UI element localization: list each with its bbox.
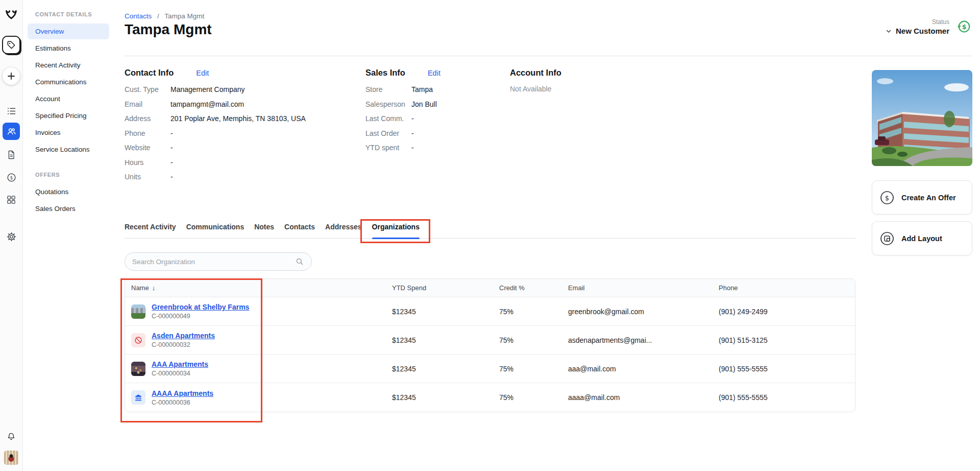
bank-icon	[131, 390, 145, 405]
search-organization-input[interactable]	[132, 258, 295, 266]
sidebar-section-title-offers: OFFERS	[35, 172, 117, 178]
plus-icon	[7, 72, 15, 80]
list-icon	[6, 106, 17, 116]
organization-photo-thumbnail	[131, 362, 145, 376]
organization-link[interactable]: Greenbrook at Shelby Farms	[152, 303, 249, 311]
column-header-phone[interactable]: Phone	[713, 284, 855, 292]
right-panel: $ Create An Offer Add Layout	[872, 70, 972, 255]
field-label: Last Comm.	[365, 114, 411, 124]
credit-value: 75%	[493, 308, 562, 316]
create-offer-button[interactable]: $ Create An Offer	[872, 180, 972, 215]
organization-link[interactable]: AAA Apartments	[152, 360, 208, 368]
tab-notes[interactable]: Notes	[254, 223, 274, 238]
list-nav-button[interactable]	[4, 103, 19, 119]
app-logo-icon[interactable]	[4, 8, 19, 23]
tab-recent-activity[interactable]: Recent Activity	[125, 223, 176, 238]
breadcrumb-separator: /	[157, 12, 159, 20]
table-row: Greenbrook at Shelby Farms C-000000049 $…	[125, 297, 855, 326]
contacts-nav-button[interactable]	[3, 123, 20, 140]
column-header-email[interactable]: Email	[562, 284, 713, 292]
sidebar-item-recent-activity[interactable]: Recent Activity	[28, 57, 109, 73]
sidebar-item-overview[interactable]: Overview	[28, 23, 109, 39]
sidebar-item-specified-pricing[interactable]: Specified Pricing	[28, 108, 109, 124]
user-avatar[interactable]	[4, 451, 18, 465]
field-value: Management Company	[170, 85, 245, 95]
status-value: New Customer	[896, 27, 949, 35]
create-offer-label: Create An Offer	[901, 194, 956, 202]
field-label: Units	[125, 172, 170, 182]
sidebar-item-communications[interactable]: Communications	[28, 74, 109, 90]
tag-app-button[interactable]	[2, 36, 20, 54]
organization-photo-thumbnail	[131, 304, 145, 319]
tab-contacts[interactable]: Contacts	[284, 223, 315, 238]
tab-organizations[interactable]: Organizations	[372, 223, 420, 238]
status-widget: Status New Customer $	[885, 18, 972, 35]
ytd-spend-value: $12345	[386, 393, 493, 402]
contacts-people-icon	[6, 126, 17, 137]
sidebar-item-quotations[interactable]: Quotations	[28, 184, 109, 200]
field-label: YTD spent	[365, 143, 411, 153]
organization-link[interactable]: AAAA Apartments	[152, 389, 213, 397]
sales-info-title: Sales Info	[365, 68, 405, 78]
apps-nav-button[interactable]	[4, 192, 19, 207]
sidebar-item-sales-orders[interactable]: Sales Orders	[28, 201, 109, 217]
contact-info-section: Contact Info Edit Cust. TypeManagement C…	[125, 68, 365, 187]
breadcrumb: Contacts / Tampa Mgmt	[125, 12, 204, 20]
column-header-credit[interactable]: Credit %	[493, 284, 562, 292]
dollar-circle-icon: $	[6, 172, 17, 183]
credit-value: 75%	[493, 336, 562, 344]
customer-status-dollar-icon[interactable]: $	[956, 19, 972, 35]
field-label: Cust. Type	[125, 85, 170, 95]
settings-button[interactable]	[4, 229, 19, 244]
detail-tabs: Recent Activity Communications Notes Con…	[125, 223, 855, 239]
contact-info-edit-link[interactable]: Edit	[196, 69, 209, 77]
field-value: -	[170, 143, 173, 153]
breadcrumb-contacts-link[interactable]: Contacts	[125, 12, 152, 20]
documents-nav-button[interactable]	[4, 147, 19, 162]
sort-descending-icon[interactable]: ↓	[152, 284, 156, 292]
status-dropdown[interactable]: New Customer	[885, 27, 949, 35]
email-value: greenbrook@gmail.com	[562, 308, 713, 316]
main-content: Contacts / Tampa Mgmt Tampa Mgmt Status …	[117, 0, 980, 471]
add-layout-button[interactable]: Add Layout	[872, 221, 972, 255]
sidebar-item-account[interactable]: Account	[28, 91, 109, 107]
add-button[interactable]	[3, 67, 20, 85]
app-icon-rail: $	[0, 0, 23, 471]
search-icon	[295, 257, 304, 266]
ytd-spend-value: $12345	[386, 365, 493, 373]
prohibited-icon	[131, 333, 145, 347]
tab-addresses[interactable]: Addresses	[325, 223, 362, 238]
sidebar-item-estimations[interactable]: Estimations	[28, 40, 109, 56]
field-value: -	[170, 158, 173, 168]
sidebar-item-service-locations[interactable]: Service Locations	[28, 142, 109, 157]
phone-value: (901) 249-2499	[713, 308, 855, 316]
column-header-ytd-spend[interactable]: YTD Spend	[386, 284, 493, 292]
notifications-button[interactable]	[4, 429, 19, 444]
organization-id: C-000000036	[152, 399, 213, 406]
contact-photo	[872, 70, 972, 166]
organization-search	[125, 252, 312, 271]
field-value: tampamgmt@mail.com	[170, 100, 244, 109]
billing-nav-button[interactable]: $	[4, 170, 19, 185]
info-sections: Contact Info Edit Cust. TypeManagement C…	[125, 68, 561, 187]
column-header-name[interactable]: Name↓	[125, 284, 386, 292]
apps-grid-icon	[6, 195, 16, 205]
field-label: Store	[365, 85, 411, 95]
add-layout-label: Add Layout	[901, 234, 942, 243]
table-header-row: Name↓ YTD Spend Credit % Email Phone	[125, 279, 855, 297]
sidebar-item-invoices[interactable]: Invoices	[28, 125, 109, 140]
tab-communications[interactable]: Communications	[186, 223, 244, 238]
field-value: -	[170, 129, 173, 138]
field-label: Email	[125, 100, 170, 109]
table-row: AAA Apartments C-000000034 $12345 75% aa…	[125, 355, 855, 383]
organization-id: C-000000032	[152, 341, 215, 348]
table-row: Asden Apartments C-000000032 $12345 75% …	[125, 326, 855, 355]
field-label: Address	[125, 114, 170, 124]
chevron-down-icon	[885, 28, 892, 35]
field-value: 201 Poplar Ave, Memphis, TN 38103, USA	[170, 114, 306, 124]
sales-info-edit-link[interactable]: Edit	[428, 69, 440, 77]
offer-dollar-icon: $	[879, 190, 895, 205]
svg-text:$: $	[10, 174, 13, 180]
field-value: Tampa	[411, 85, 433, 95]
organization-link[interactable]: Asden Apartments	[152, 332, 215, 340]
